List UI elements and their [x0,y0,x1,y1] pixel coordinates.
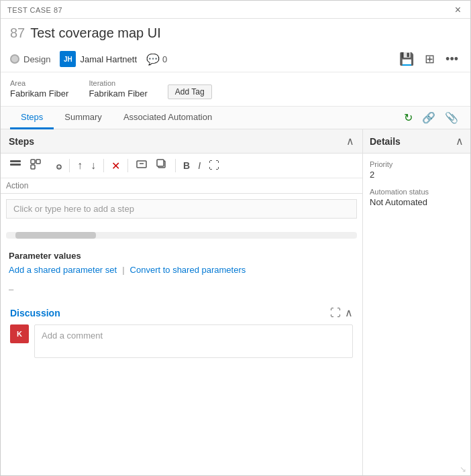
avatar: JH [60,51,76,67]
toolbar-actions: 💾 ⊞ ••• [397,50,461,68]
status-circle [10,54,19,64]
item-number: 87 [10,25,25,41]
tab-summary[interactable]: Summary [54,107,113,129]
toolbar-divider-2 [103,159,104,172]
svg-text:+: + [58,165,60,169]
main-content: Steps ∧ + ↑ ↓ ✕ [1,129,470,475]
priority-value: 2 [370,170,464,180]
move-down-button[interactable]: ↓ [87,158,99,174]
iteration-value: Fabrikam Fiber [89,88,147,99]
area-label: Area [10,79,68,87]
steps-table-header: Action [1,178,362,194]
svg-rect-1 [10,164,21,166]
param-links: Add a shared parameter set | Convert to … [9,265,354,275]
svg-rect-0 [10,160,21,162]
dash-line: – [1,282,362,297]
insert-shared-step-button[interactable] [26,156,45,175]
svg-rect-4 [31,165,35,169]
move-up-button[interactable]: ↑ [74,158,86,174]
comment-icon: 💬 [146,53,160,66]
refresh-icon-button[interactable]: ↻ [401,109,415,127]
add-shared-param-link[interactable]: Add a shared parameter set [9,265,117,275]
delete-button[interactable]: ✕ [108,158,123,174]
automation-status-value: Not Automated [370,197,464,207]
title-bar: TEST CASE 87 × [1,1,470,19]
details-title: Details [370,136,401,147]
status-badge[interactable]: Design [10,54,50,64]
discussion-controls: ⛶ ∧ [330,306,353,319]
share-button[interactable]: ⊞ [422,50,437,68]
action-column-header: Action [6,181,357,190]
status-label: Design [23,54,50,64]
toolbar-divider-1 [69,159,70,172]
tab-icons: ↻ 🔗 📎 [401,109,461,127]
toolbar-divider-4 [175,159,176,172]
param-separator: | [122,265,124,275]
details-panel: Details ∧ Priority 2 Automation status N… [363,129,470,475]
priority-field: Priority 2 [370,160,464,180]
comment-input[interactable]: Add a comment [34,324,353,358]
insert-param-button[interactable] [132,156,151,175]
expand-button[interactable]: ⛶ [205,158,223,174]
details-header: Details ∧ [363,129,470,154]
automation-status-field: Automation status Not Automated [370,188,464,207]
toolbar-divider-3 [127,159,128,172]
comment-avatar: K [10,324,29,343]
comment-count: 0 [162,54,167,64]
meta-section: Area Fabrikam Fiber Iteration Fabrikam F… [1,72,470,107]
discussion-expand-button[interactable]: ⛶ [330,307,341,319]
scrollbar-track [6,232,357,239]
scrollbar-thumb [15,232,96,239]
scrollbar-area[interactable] [1,229,362,241]
steps-collapse-button[interactable]: ∧ [346,135,354,147]
svg-rect-3 [36,160,40,164]
iteration-label: Iteration [89,79,147,87]
discussion-title: Discussion [10,308,60,318]
resize-handle[interactable]: ↘ [460,465,468,473]
page-title: Test coverage map UI [30,25,161,41]
main-title-row: 87 Test coverage map UI [1,19,470,46]
details-collapse-button[interactable]: ∧ [456,135,464,147]
tabs-row: Steps Summary Associated Automation ↻ 🔗 … [1,107,470,129]
param-section: Parameter values Add a shared parameter … [1,244,362,282]
step-add-area: Click or type here to add a step [1,194,362,224]
insert-step-button[interactable] [6,156,25,175]
discussion-header: Discussion ⛶ ∧ [10,301,353,324]
close-button[interactable]: × [452,5,464,15]
steps-toolbar: + ↑ ↓ ✕ B I ⛶ [1,154,362,178]
attach-icon-button[interactable]: 📎 [442,109,461,127]
steps-panel: Steps ∧ + ↑ ↓ ✕ [1,129,363,475]
svg-rect-7 [137,161,146,168]
title-bar-label: TEST CASE 87 [7,6,62,14]
convert-to-shared-link[interactable]: Convert to shared parameters [130,265,246,275]
toolbar-row: Design JH Jamal Hartnett 💬 0 💾 ⊞ ••• [1,46,470,72]
user-info[interactable]: JH Jamal Hartnett [60,51,137,67]
priority-label: Priority [370,160,464,168]
tab-associated-automation[interactable]: Associated Automation [113,107,223,129]
avatar-initials: JH [64,56,72,63]
area-field: Area Fabrikam Fiber [10,79,68,99]
bold-button[interactable]: B [180,158,193,173]
discussion-section: Discussion ⛶ ∧ K Add a comment [1,301,362,367]
details-body: Priority 2 Automation status Not Automat… [363,154,470,222]
italic-button[interactable]: I [195,158,204,173]
steps-section-title: Steps [9,136,34,147]
add-tag-button[interactable]: Add Tag [168,84,212,99]
save-button[interactable]: 💾 [397,50,417,68]
tab-steps[interactable]: Steps [10,107,54,129]
comment-badge[interactable]: 💬 0 [146,53,167,66]
add-step-input[interactable]: Click or type here to add a step [6,199,357,219]
param-title: Parameter values [9,251,354,261]
comment-row: K Add a comment [10,324,353,358]
more-options-button[interactable]: ••• [443,51,461,68]
link-icon-button[interactable]: 🔗 [419,109,438,127]
area-value: Fabrikam Fiber [10,88,68,99]
discussion-collapse-button[interactable]: ∧ [345,306,353,319]
insert-action-button[interactable]: + [46,156,65,175]
automation-status-label: Automation status [370,188,464,196]
steps-section-header: Steps ∧ [1,129,362,154]
clone-button[interactable] [152,156,171,175]
svg-rect-10 [157,160,164,166]
svg-rect-2 [31,160,35,164]
user-name: Jamal Hartnett [80,54,137,64]
